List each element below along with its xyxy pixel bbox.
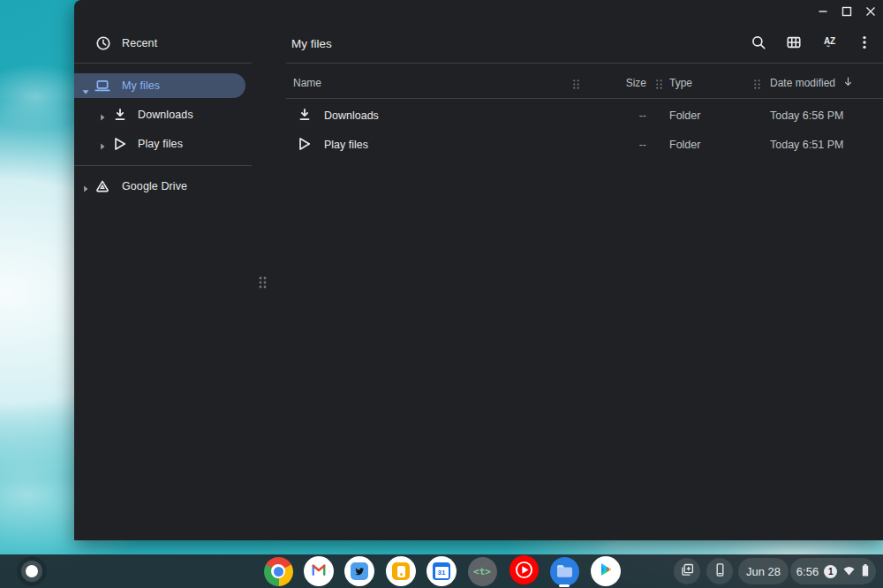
sort-button[interactable]: A Z bbox=[815, 30, 843, 58]
column-header-name[interactable]: Name bbox=[293, 77, 321, 89]
screen-capture-button[interactable] bbox=[674, 558, 700, 584]
battery-icon bbox=[861, 563, 870, 580]
header-divider bbox=[286, 63, 883, 64]
notification-count-badge: 1 bbox=[824, 565, 837, 578]
sidebar-item-label: My files bbox=[122, 79, 160, 92]
shelf-app-play-store[interactable] bbox=[591, 556, 621, 586]
sidebar-item-play-files[interactable]: Play files bbox=[74, 132, 268, 156]
sidebar-divider bbox=[74, 63, 252, 64]
column-header-label: Date modified bbox=[770, 77, 835, 89]
shelf-app-calendar[interactable]: 31 bbox=[426, 556, 457, 586]
sidebar-item-downloads[interactable]: Downloads bbox=[74, 102, 268, 127]
sidebar-item-my-files[interactable]: My files bbox=[74, 73, 245, 98]
download-icon bbox=[112, 107, 128, 123]
files-app-window: Recent My files Downloads bbox=[74, 0, 883, 540]
shelf-app-text-terminal[interactable]: <t> bbox=[467, 556, 497, 586]
minimize-button[interactable] bbox=[811, 2, 834, 23]
play-icon bbox=[112, 136, 128, 152]
column-header-date-modified[interactable]: Date modified bbox=[770, 76, 854, 90]
sidebar-item-label: Recent bbox=[122, 37, 157, 49]
column-header-size[interactable]: Size bbox=[576, 77, 646, 89]
shelf-app-notes[interactable] bbox=[386, 556, 416, 586]
sidebar-item-label: Play files bbox=[138, 138, 183, 150]
notes-icon bbox=[392, 562, 410, 580]
close-icon bbox=[865, 4, 876, 20]
chromeos-desktop: Recent My files Downloads bbox=[0, 0, 883, 588]
chevron-down-icon[interactable] bbox=[82, 83, 89, 90]
file-size: -- bbox=[576, 139, 646, 151]
grid-view-icon bbox=[786, 34, 802, 54]
file-name: Play files bbox=[324, 139, 368, 151]
text-terminal-icon: <t> bbox=[468, 557, 497, 586]
chrome-icon bbox=[264, 557, 293, 586]
file-type: Folder bbox=[669, 139, 700, 151]
phone-hub-button[interactable] bbox=[706, 558, 733, 584]
svg-text:Z: Z bbox=[830, 36, 835, 46]
shelf-app-gmail[interactable] bbox=[304, 556, 334, 586]
minimize-icon bbox=[818, 4, 828, 20]
more-menu-button[interactable] bbox=[850, 30, 879, 58]
chevron-right-icon[interactable] bbox=[99, 111, 106, 118]
table-header-divider bbox=[286, 98, 883, 99]
launcher-button[interactable] bbox=[17, 556, 47, 586]
files-icon bbox=[550, 557, 579, 586]
calendar-icon: 31 bbox=[433, 562, 450, 580]
gmail-icon bbox=[310, 561, 328, 582]
shelf-app-files[interactable] bbox=[549, 556, 579, 586]
file-size: -- bbox=[576, 109, 646, 122]
shelf-app-chrome[interactable] bbox=[263, 556, 293, 586]
column-drag-handle[interactable] bbox=[753, 78, 761, 94]
launcher-icon bbox=[26, 565, 38, 577]
shelf-app-twitter[interactable] bbox=[344, 556, 374, 586]
play-icon bbox=[297, 136, 313, 152]
youtube-music-icon bbox=[509, 555, 539, 588]
table-row-downloads[interactable]: Downloads -- Folder Today 6:56 PM bbox=[286, 101, 883, 130]
sidebar-item-label: Downloads bbox=[138, 109, 193, 121]
column-drag-handle[interactable] bbox=[655, 78, 663, 94]
maximize-button[interactable] bbox=[834, 2, 858, 23]
sort-descending-arrow-icon bbox=[842, 76, 854, 90]
shelf-date-label: Jun 28 bbox=[746, 565, 781, 578]
shelf-time-label: 6:56 bbox=[796, 565, 819, 578]
chevron-right-icon[interactable] bbox=[82, 183, 89, 190]
file-type: Folder bbox=[669, 109, 700, 122]
file-name: Downloads bbox=[324, 109, 379, 122]
close-button[interactable] bbox=[858, 2, 882, 23]
search-button[interactable] bbox=[744, 30, 773, 58]
active-app-indicator bbox=[559, 584, 570, 587]
file-date-modified: Today 6:56 PM bbox=[770, 109, 843, 122]
sidebar-divider bbox=[74, 165, 252, 166]
search-icon bbox=[751, 34, 766, 54]
table-row-play-files[interactable]: Play files -- Folder Today 6:51 PM bbox=[286, 130, 883, 159]
clock-icon bbox=[95, 35, 111, 51]
twitter-icon bbox=[351, 562, 368, 580]
file-date-modified: Today 6:51 PM bbox=[770, 139, 843, 151]
screen-capture-icon bbox=[680, 562, 695, 581]
play-store-icon bbox=[597, 561, 615, 582]
shelf: 31 <t> bbox=[0, 554, 883, 588]
shelf-app-youtube-music[interactable] bbox=[509, 556, 539, 586]
laptop-icon bbox=[94, 78, 110, 94]
sidebar-item-label: Google Drive bbox=[122, 180, 187, 192]
phone-icon bbox=[713, 562, 728, 581]
page-title: My files bbox=[291, 37, 332, 50]
column-header-type[interactable]: Type bbox=[669, 77, 692, 89]
sidebar-resize-handle[interactable] bbox=[258, 275, 268, 293]
chevron-right-icon[interactable] bbox=[99, 140, 106, 147]
status-tray-button[interactable]: 6:56 1 bbox=[790, 558, 876, 584]
sidebar-item-google-drive[interactable]: Google Drive bbox=[74, 174, 268, 199]
grid-view-button[interactable] bbox=[780, 30, 808, 58]
drive-icon bbox=[94, 178, 110, 194]
download-icon bbox=[297, 107, 313, 123]
calendar-date-button[interactable]: Jun 28 bbox=[738, 558, 789, 584]
window-controls bbox=[811, 2, 882, 23]
wifi-icon bbox=[842, 564, 856, 579]
sidebar-item-recent[interactable]: Recent bbox=[74, 31, 251, 56]
sort-az-icon: A Z bbox=[821, 34, 837, 54]
maximize-icon bbox=[841, 4, 852, 20]
calendar-day-label: 31 bbox=[435, 567, 449, 578]
more-menu-icon bbox=[857, 34, 872, 54]
